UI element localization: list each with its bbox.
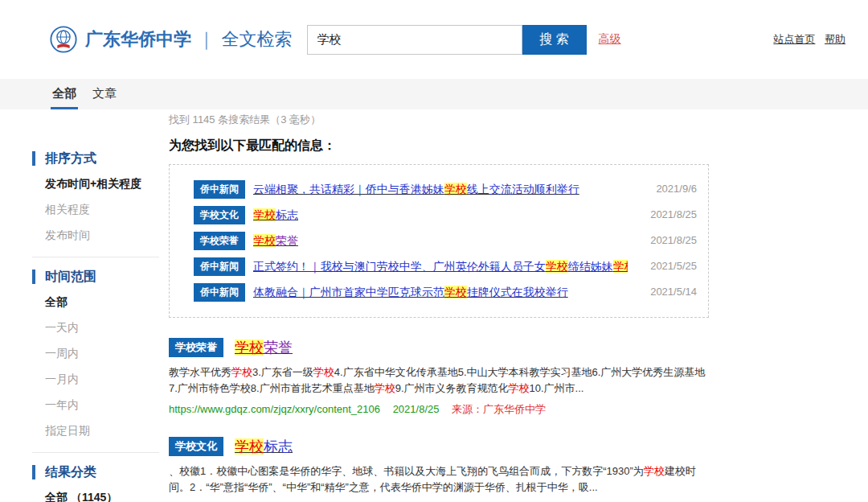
search-button[interactable]: 搜 索	[522, 25, 587, 55]
result-item: 学校文化 学校标志 、校徽1．校徽中心图案是华侨的华字、地球、书籍以及大海上飞翔…	[169, 437, 709, 502]
site-subtitle: 全文检索	[222, 27, 293, 51]
best-match-date: 2021/5/14	[650, 286, 697, 298]
result-date: 2021/8/25	[393, 403, 440, 415]
filter-sidebar: 排序方式 发布时间+相关程度 相关程度 发布时间 时间范围 全部 一天内 一周内…	[32, 151, 159, 502]
school-logo-icon	[50, 26, 77, 53]
site-title: 广东华侨中学 ｜ 全文检索	[85, 27, 293, 51]
time-range-option[interactable]: 全部	[32, 295, 159, 310]
results-area: 找到 1145 条搜索结果（3 毫秒） 为您找到以下最匹配的信息： 侨中新闻 云…	[169, 113, 709, 502]
best-match-heading: 为您找到以下最匹配的信息：	[169, 138, 709, 154]
best-match-link[interactable]: 体教融合｜广州市首家中学匹克球示范学校挂牌仪式在我校举行	[253, 286, 568, 300]
result-title-link[interactable]: 学校标志	[235, 437, 293, 456]
result-url: https://www.gdqz.com/zjqz/xxry/content_2…	[169, 403, 380, 415]
result-count: 找到 1145 条搜索结果（3 毫秒）	[169, 113, 709, 127]
help-link[interactable]: 帮助	[825, 33, 845, 45]
category-option[interactable]: 全部 （1145）	[32, 491, 159, 502]
category-badge: 学校荣誉	[194, 232, 245, 250]
best-match-row: 侨中新闻 正式签约！｜我校与澳门劳校中学、广州英伦外籍人员子女学校缔结姊妹学校 …	[194, 257, 697, 276]
result-item: 学校荣誉 学校荣誉 教学水平优秀学校3.广东省一级学校4.广东省中华文化传承基地…	[169, 338, 709, 417]
sort-options: 发布时间+相关程度 相关程度 发布时间	[32, 177, 159, 243]
sidebar-divider	[32, 452, 159, 453]
category-badge: 侨中新闻	[194, 283, 245, 302]
top-links: 站点首页 帮助	[767, 32, 845, 47]
best-match-link[interactable]: 学校荣誉	[253, 234, 298, 249]
site-home-link[interactable]: 站点首页	[773, 33, 815, 45]
advanced-search-link[interactable]: 高级	[599, 32, 621, 47]
category-section-title: 结果分类	[32, 465, 159, 479]
site-name: 广东华侨中学	[85, 27, 191, 51]
title-divider: ｜	[198, 27, 215, 51]
best-match-row: 学校荣誉 学校荣誉 2021/8/25	[194, 232, 697, 250]
search-area: 搜 索 高级	[307, 25, 621, 55]
tab-bar: 全部 文章	[0, 79, 868, 109]
category-badge: 学校文化	[169, 437, 223, 456]
best-match-link[interactable]: 云端相聚，共话精彩｜侨中与香港姊妹学校线上交流活动顺利举行	[253, 183, 579, 197]
result-title-link[interactable]: 学校荣誉	[235, 338, 293, 357]
result-meta: https://www.gdqz.com/zjqz/xxry/content_2…	[169, 402, 709, 417]
time-range-option[interactable]: 一月内	[32, 372, 159, 387]
best-match-box: 侨中新闻 云端相聚，共话精彩｜侨中与香港姊妹学校线上交流活动顺利举行 2021/…	[169, 164, 709, 318]
time-range-option[interactable]: 一天内	[32, 321, 159, 335]
search-input[interactable]	[307, 25, 522, 55]
result-type-tab[interactable]: 全部	[51, 86, 78, 109]
best-match-row: 侨中新闻 体教融合｜广州市首家中学匹克球示范学校挂牌仪式在我校举行 2021/5…	[194, 283, 697, 302]
result-head: 学校荣誉 学校荣誉	[169, 338, 709, 357]
time-range-options: 全部 一天内 一周内 一月内 一年内 指定日期	[32, 295, 159, 438]
best-match-link[interactable]: 学校标志	[253, 208, 298, 223]
category-options: 全部 （1145） 文章 （1145）	[32, 491, 159, 502]
result-type-tab[interactable]: 文章	[91, 86, 118, 109]
time-range-section-title: 时间范围	[32, 270, 159, 284]
time-range-option[interactable]: 一周内	[32, 347, 159, 361]
time-range-option[interactable]: 指定日期	[32, 424, 159, 438]
best-match-date: 2021/9/6	[656, 183, 697, 195]
sidebar-divider	[32, 257, 159, 257]
sort-option[interactable]: 发布时间+相关程度	[32, 177, 159, 191]
best-match-row: 侨中新闻 云端相聚，共话精彩｜侨中与香港姊妹学校线上交流活动顺利举行 2021/…	[194, 180, 697, 199]
best-match-row: 学校文化 学校标志 2021/8/25	[194, 206, 697, 224]
category-badge: 侨中新闻	[194, 257, 245, 276]
header: 广东华侨中学 ｜ 全文检索 搜 索 高级 站点首页 帮助	[0, 0, 868, 79]
result-snippet: 教学水平优秀学校3.广东省一级学校4.广东省中华文化传承基地5.中山大学本科教学…	[169, 364, 706, 397]
result-head: 学校文化 学校标志	[169, 437, 709, 456]
result-source: 来源：广东华侨中学	[452, 403, 546, 415]
category-badge: 侨中新闻	[194, 180, 245, 199]
best-match-link[interactable]: 正式签约！｜我校与澳门劳校中学、广州英伦外籍人员子女学校缔结姊妹学校	[253, 260, 628, 274]
time-range-option[interactable]: 一年内	[32, 398, 159, 413]
result-list: 学校荣誉 学校荣誉 教学水平优秀学校3.广东省一级学校4.广东省中华文化传承基地…	[169, 338, 709, 502]
best-match-date: 2021/5/25	[650, 260, 697, 272]
result-snippet: 、校徽1．校徽中心图案是华侨的华字、地球、书籍以及大海上飞翔的飞鸟组合而成，下方…	[169, 463, 706, 496]
best-match-date: 2021/8/25	[650, 208, 697, 220]
sort-option[interactable]: 发布时间	[32, 228, 159, 243]
category-badge: 学校文化	[194, 206, 245, 224]
best-match-date: 2021/8/25	[650, 234, 697, 246]
sort-option[interactable]: 相关程度	[32, 203, 159, 217]
category-badge: 学校荣誉	[169, 338, 223, 357]
sort-section-title: 排序方式	[32, 151, 159, 166]
